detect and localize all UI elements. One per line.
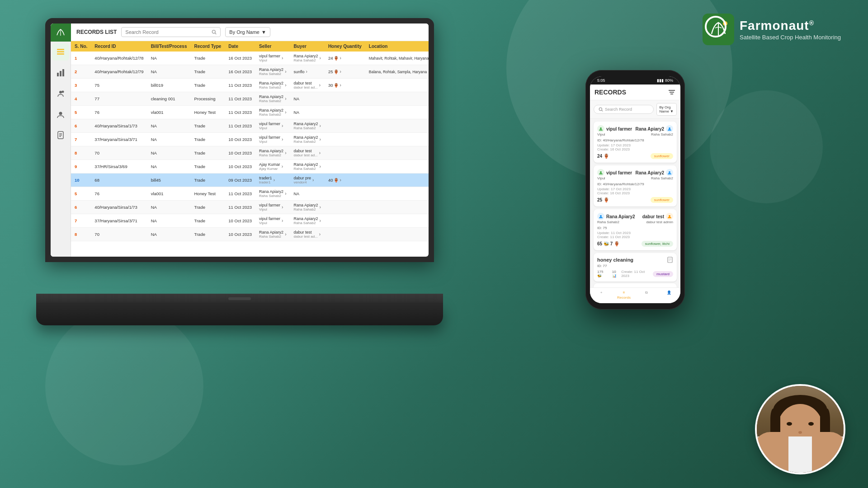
table-row[interactable]: 5 76 vla001 Honey Test 11 Oct 2023 Rana … (71, 187, 429, 201)
cell-sno: 4 (71, 92, 91, 106)
phone-nav-add[interactable]: + (590, 291, 613, 300)
cell-date: 10 Oct 2023 (225, 228, 255, 241)
table-row[interactable]: 8 70 NA Trade 10 Oct 2023 Rana Apiary2 R… (71, 146, 429, 160)
cell-honey-qty (325, 106, 365, 119)
cell-honey-qty (325, 201, 365, 214)
phone-org-filter[interactable]: By OrgName ▼ (656, 103, 677, 116)
table-row[interactable]: 5 76 vla001 Honey Test 11 Oct 2023 Rana … (71, 106, 429, 119)
main-content: RECORDS LIST By Org Name ▼ (71, 23, 429, 257)
cell-bill: NA (147, 228, 191, 241)
cell-buyer: sunflo › (290, 65, 324, 79)
col-location: Location (365, 41, 429, 52)
table-row[interactable]: 1 40/Haryana/Rohtak/12/78 NA Trade 16 Oc… (71, 52, 429, 65)
sidebar-icon-records[interactable] (52, 43, 69, 61)
org-filter[interactable]: By Org Name ▼ (225, 27, 270, 37)
table-row[interactable]: 6 40/Haryana/Sirsa/1/73 NA Trade 11 Oct … (71, 201, 429, 214)
table-row[interactable]: 6 40/Haryana/Sirsa/1/73 NA Trade 11 Oct … (71, 119, 429, 133)
phone-nav-records[interactable]: ≡ Records (613, 291, 635, 300)
doc-icon (667, 257, 673, 263)
cell-buyer: Rana Apiary2 Raha Sahab2 › (290, 133, 324, 146)
cell-bill: NA (147, 160, 191, 174)
svg-point-27 (600, 215, 602, 217)
phone-container: 5:05 ▮▮▮ 80% RECORDS Search R (585, 70, 685, 310)
cell-location (365, 174, 429, 187)
cell-buyer: dabur pre vendor4 › (290, 174, 324, 187)
right-eye (808, 422, 814, 426)
phone-record-card-3[interactable]: Rana Apiary2 Raha Sahab2 dabur test (594, 209, 677, 250)
col-seller: Seller (255, 41, 290, 52)
cell-seller: Rana Apiary2 Raha Sahab2 › (255, 187, 290, 201)
cell-honey-qty: 40🏺› (325, 174, 365, 187)
left-eye (787, 422, 792, 426)
cell-seller: Rana Apiary2 Raha Sahab2 › (255, 79, 290, 92)
cell-seller: Rana Apiary2 Raha Sahab2 › (255, 228, 290, 241)
cell-bill: NA (147, 201, 191, 214)
svg-rect-5 (57, 53, 64, 55)
filter-icon[interactable] (668, 88, 676, 96)
sidebar-icon-chart[interactable] (52, 64, 69, 81)
phone-records-list[interactable]: vipul farmer Vipul Rana Apiary2 (590, 119, 680, 287)
phone-screen: 5:05 ▮▮▮ 80% RECORDS Search R (590, 76, 680, 303)
cell-record-id: 76 (91, 106, 147, 119)
cell-honey-qty: 30🏺› (325, 79, 365, 92)
table-row[interactable]: 7 37/Haryana/Sirsa/3/71 NA Trade 10 Oct … (71, 133, 429, 146)
table-row[interactable]: 9 37/HR/Sirsa/3/69 NA Trade 10 Oct 2023 … (71, 160, 429, 174)
svg-rect-7 (60, 71, 61, 76)
cell-location (365, 201, 429, 214)
cell-buyer: NA (290, 106, 324, 119)
table-row[interactable]: 3 75 bill019 Trade 11 Oct 2023 Rana Apia… (71, 79, 429, 92)
cell-honey-qty (325, 187, 365, 201)
phone-record-id-2: ID: 40/Haryana/Rohtak/12/79 (597, 182, 673, 186)
cell-seller: vipul farmer Vipul › (255, 52, 290, 65)
search-input[interactable] (125, 29, 209, 35)
cell-location (365, 228, 429, 241)
cell-buyer: dabur test dabur test ad... › (290, 228, 324, 241)
svg-point-24 (669, 127, 670, 129)
sidebar-icon-users[interactable] (52, 85, 69, 102)
table-row[interactable]: 7 37/Haryana/Sirsa/3/71 NA Trade 10 Oct … (71, 214, 429, 228)
search-bar[interactable] (121, 27, 221, 37)
cell-location (365, 119, 429, 133)
logo-area: Farmonaut® Satellite Based Crop Health M… (703, 14, 841, 45)
phone-search-input[interactable]: Search Record (594, 105, 654, 114)
phone-simple-card-honey[interactable]: honey cleaning ID: 77 175 🐝 10 📊 Create:… (594, 253, 677, 282)
phone-simple-card-viscosity[interactable]: viscosity test ID: 76 Create: 11 Oct 202… (594, 283, 677, 287)
phone-record-id-3: ID: 75 (597, 226, 673, 230)
phone-search-row: Search Record By OrgName ▼ (590, 100, 680, 119)
table-row[interactable]: 8 70 NA Trade 10 Oct 2023 Rana Apiary2 R… (71, 228, 429, 241)
phone-header: RECORDS (590, 84, 680, 100)
cell-location (365, 106, 429, 119)
cell-location (365, 92, 429, 106)
phone-record-card-1[interactable]: vipul farmer Vipul Rana Apiary2 (594, 122, 677, 163)
phone-nav-profile[interactable]: 👤 (658, 291, 680, 300)
cell-sno: 6 (71, 201, 91, 214)
cell-record-id: 68 (91, 174, 147, 187)
cell-sno: 7 (71, 133, 91, 146)
laptop-screen: RECORDS LIST By Org Name ▼ (45, 18, 434, 262)
cell-bill: vla001 (147, 187, 191, 201)
cell-sno: 2 (71, 65, 91, 79)
table-row[interactable]: 4 77 cleaning 001 Processing 11 Oct 2023… (71, 92, 429, 106)
cell-date: 11 Oct 2023 (225, 92, 255, 106)
cell-honey-qty (325, 214, 365, 228)
nose (798, 431, 802, 434)
cell-type: Honey Test (190, 106, 225, 119)
svg-rect-8 (62, 69, 64, 76)
table-row[interactable]: 2 40/Haryana/Rohtak/12/79 NA Trade 16 Oc… (71, 65, 429, 79)
svg-rect-6 (57, 73, 59, 76)
phone-notch (622, 76, 649, 84)
cell-buyer: Rana Apiary2 Raha Sahab2 › (290, 201, 324, 214)
cell-bill: NA (147, 133, 191, 146)
cell-bill: cleaning 001 (147, 92, 191, 106)
table-row[interactable]: 10 68 bill45 Trade 09 Oct 2023 trader1 t… (71, 174, 429, 187)
cell-seller: vipul farmer Vipul › (255, 201, 290, 214)
svg-point-26 (669, 171, 670, 173)
phone-nav-share[interactable]: ⧉ (635, 291, 658, 300)
cell-type: Trade (190, 214, 225, 228)
sidebar-icon-profile[interactable] (52, 106, 69, 123)
phone-record-card-2[interactable]: vipul farmer Vipul Rana Apiary2 (594, 165, 677, 206)
phone-bottom-nav: + ≡ Records ⧉ 👤 (590, 287, 680, 303)
sidebar-icon-doc[interactable] (52, 127, 69, 144)
cell-honey-qty (325, 146, 365, 160)
cell-location (365, 160, 429, 174)
